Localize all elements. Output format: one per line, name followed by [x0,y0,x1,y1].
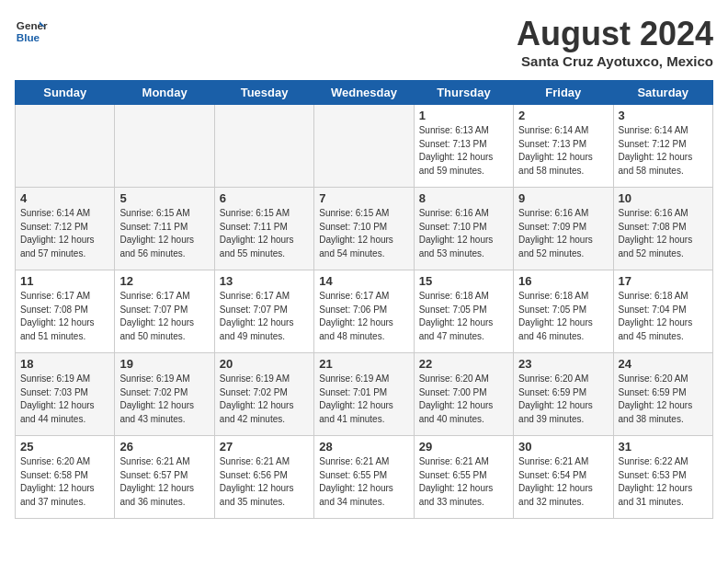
calendar-cell: 13Sunrise: 6:17 AM Sunset: 7:07 PM Dayli… [214,270,313,353]
cell-sunrise-info: Sunrise: 6:22 AM Sunset: 6:53 PM Dayligh… [619,455,708,509]
calendar-cell: 30Sunrise: 6:21 AM Sunset: 6:54 PM Dayli… [514,436,613,519]
day-header-monday: Monday [115,81,214,105]
calendar-cell: 8Sunrise: 6:16 AM Sunset: 7:10 PM Daylig… [414,188,513,270]
calendar-cell: 21Sunrise: 6:19 AM Sunset: 7:01 PM Dayli… [314,353,414,436]
cell-sunrise-info: Sunrise: 6:16 AM Sunset: 7:09 PM Dayligh… [518,207,608,260]
location-subtitle: Santa Cruz Ayotuxco, Mexico [517,53,713,69]
calendar-cell: 7Sunrise: 6:15 AM Sunset: 7:10 PM Daylig… [314,188,414,270]
calendar-week-row: 18Sunrise: 6:19 AM Sunset: 7:03 PM Dayli… [16,353,713,436]
day-number: 14 [319,274,408,288]
calendar-cell: 22Sunrise: 6:20 AM Sunset: 7:00 PM Dayli… [414,353,513,436]
calendar-cell: 1Sunrise: 6:13 AM Sunset: 7:13 PM Daylig… [414,105,513,188]
cell-sunrise-info: Sunrise: 6:19 AM Sunset: 7:02 PM Dayligh… [119,373,209,426]
day-header-thursday: Thursday [414,81,513,105]
calendar-cell [16,105,115,188]
day-number: 2 [518,109,608,122]
cell-sunrise-info: Sunrise: 6:14 AM Sunset: 7:12 PM Dayligh… [20,207,109,260]
day-number: 23 [518,357,608,371]
day-number: 29 [419,440,508,454]
cell-sunrise-info: Sunrise: 6:20 AM Sunset: 6:59 PM Dayligh… [619,373,708,426]
day-number: 12 [119,274,209,288]
cell-sunrise-info: Sunrise: 6:19 AM Sunset: 7:03 PM Dayligh… [20,373,109,426]
cell-sunrise-info: Sunrise: 6:19 AM Sunset: 7:01 PM Dayligh… [319,373,408,426]
day-header-friday: Friday [514,81,613,105]
cell-sunrise-info: Sunrise: 6:17 AM Sunset: 7:08 PM Dayligh… [20,290,109,343]
day-number: 7 [319,191,408,205]
day-number: 19 [119,357,209,371]
cell-sunrise-info: Sunrise: 6:17 AM Sunset: 7:07 PM Dayligh… [220,290,309,343]
day-header-sunday: Sunday [16,81,115,105]
day-number: 6 [220,191,309,205]
cell-sunrise-info: Sunrise: 6:20 AM Sunset: 6:59 PM Dayligh… [518,373,608,426]
day-number: 25 [20,440,109,454]
cell-sunrise-info: Sunrise: 6:14 AM Sunset: 7:13 PM Dayligh… [518,124,608,178]
cell-sunrise-info: Sunrise: 6:19 AM Sunset: 7:02 PM Dayligh… [220,373,309,426]
cell-sunrise-info: Sunrise: 6:14 AM Sunset: 7:12 PM Dayligh… [619,124,708,178]
day-header-saturday: Saturday [613,81,712,105]
calendar-cell: 4Sunrise: 6:14 AM Sunset: 7:12 PM Daylig… [16,188,115,270]
day-number: 18 [20,357,109,371]
calendar-cell: 11Sunrise: 6:17 AM Sunset: 7:08 PM Dayli… [16,270,115,353]
logo: General Blue [15,15,48,48]
day-number: 8 [419,191,508,205]
calendar-cell: 24Sunrise: 6:20 AM Sunset: 6:59 PM Dayli… [613,353,712,436]
day-number: 28 [319,440,408,454]
calendar-cell: 28Sunrise: 6:21 AM Sunset: 6:55 PM Dayli… [314,436,414,519]
cell-sunrise-info: Sunrise: 6:17 AM Sunset: 7:06 PM Dayligh… [319,290,408,343]
day-header-wednesday: Wednesday [314,81,414,105]
calendar-cell: 23Sunrise: 6:20 AM Sunset: 6:59 PM Dayli… [514,353,613,436]
calendar-cell: 31Sunrise: 6:22 AM Sunset: 6:53 PM Dayli… [613,436,712,519]
calendar-cell: 27Sunrise: 6:21 AM Sunset: 6:56 PM Dayli… [214,436,313,519]
day-number: 3 [619,109,708,122]
cell-sunrise-info: Sunrise: 6:21 AM Sunset: 6:55 PM Dayligh… [319,455,408,509]
month-year-title: August 2024 [517,15,713,53]
calendar-cell: 19Sunrise: 6:19 AM Sunset: 7:02 PM Dayli… [115,353,214,436]
calendar-cell: 14Sunrise: 6:17 AM Sunset: 7:06 PM Dayli… [314,270,414,353]
day-number: 9 [518,191,608,205]
day-number: 24 [619,357,708,371]
title-block: August 2024 Santa Cruz Ayotuxco, Mexico [517,15,713,69]
calendar-cell: 20Sunrise: 6:19 AM Sunset: 7:02 PM Dayli… [214,353,313,436]
calendar-cell: 18Sunrise: 6:19 AM Sunset: 7:03 PM Dayli… [16,353,115,436]
calendar-cell: 25Sunrise: 6:20 AM Sunset: 6:58 PM Dayli… [16,436,115,519]
calendar-week-row: 1Sunrise: 6:13 AM Sunset: 7:13 PM Daylig… [16,105,713,188]
day-number: 10 [619,191,708,205]
logo-icon: General Blue [15,15,48,48]
day-number: 1 [419,109,508,122]
day-number: 16 [518,274,608,288]
cell-sunrise-info: Sunrise: 6:13 AM Sunset: 7:13 PM Dayligh… [419,124,508,178]
calendar-week-row: 25Sunrise: 6:20 AM Sunset: 6:58 PM Dayli… [16,436,713,519]
calendar-cell: 3Sunrise: 6:14 AM Sunset: 7:12 PM Daylig… [613,105,712,188]
day-number: 31 [619,440,708,454]
day-number: 20 [220,357,309,371]
day-number: 30 [518,440,608,454]
svg-text:Blue: Blue [17,31,40,43]
cell-sunrise-info: Sunrise: 6:15 AM Sunset: 7:10 PM Dayligh… [319,207,408,260]
day-number: 26 [119,440,209,454]
cell-sunrise-info: Sunrise: 6:16 AM Sunset: 7:08 PM Dayligh… [619,207,708,260]
day-number: 21 [319,357,408,371]
calendar-cell: 10Sunrise: 6:16 AM Sunset: 7:08 PM Dayli… [613,188,712,270]
day-number: 17 [619,274,708,288]
day-number: 11 [20,274,109,288]
calendar-cell [115,105,214,188]
calendar-cell: 29Sunrise: 6:21 AM Sunset: 6:55 PM Dayli… [414,436,513,519]
calendar-week-row: 11Sunrise: 6:17 AM Sunset: 7:08 PM Dayli… [16,270,713,353]
calendar-header-row: SundayMondayTuesdayWednesdayThursdayFrid… [16,81,713,105]
cell-sunrise-info: Sunrise: 6:18 AM Sunset: 7:05 PM Dayligh… [419,290,508,343]
cell-sunrise-info: Sunrise: 6:20 AM Sunset: 7:00 PM Dayligh… [419,373,508,426]
calendar-cell [314,105,414,188]
cell-sunrise-info: Sunrise: 6:18 AM Sunset: 7:05 PM Dayligh… [518,290,608,343]
calendar-cell: 9Sunrise: 6:16 AM Sunset: 7:09 PM Daylig… [514,188,613,270]
day-header-tuesday: Tuesday [214,81,313,105]
day-number: 4 [20,191,109,205]
calendar-cell: 26Sunrise: 6:21 AM Sunset: 6:57 PM Dayli… [115,436,214,519]
cell-sunrise-info: Sunrise: 6:20 AM Sunset: 6:58 PM Dayligh… [20,455,109,509]
cell-sunrise-info: Sunrise: 6:15 AM Sunset: 7:11 PM Dayligh… [119,207,209,260]
day-number: 5 [119,191,209,205]
calendar-table: SundayMondayTuesdayWednesdayThursdayFrid… [15,80,713,519]
cell-sunrise-info: Sunrise: 6:18 AM Sunset: 7:04 PM Dayligh… [619,290,708,343]
day-number: 27 [220,440,309,454]
page-header: General Blue August 2024 Santa Cruz Ayot… [15,15,713,69]
calendar-cell: 16Sunrise: 6:18 AM Sunset: 7:05 PM Dayli… [514,270,613,353]
